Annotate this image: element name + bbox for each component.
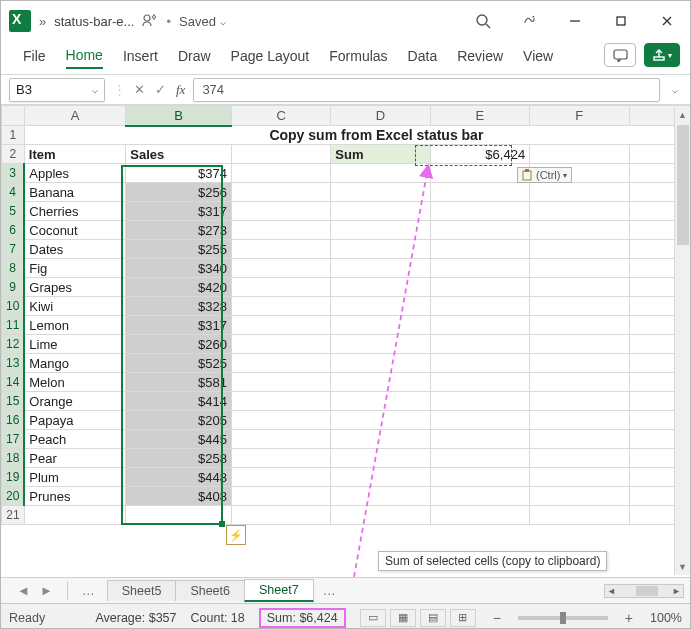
comments-button[interactable] [604, 43, 636, 67]
cell[interactable] [530, 449, 629, 468]
row-header[interactable]: 9 [2, 278, 25, 297]
cell[interactable]: Dates [24, 240, 125, 259]
cell[interactable]: Orange [24, 392, 125, 411]
cell[interactable]: Kiwi [24, 297, 125, 316]
row-header[interactable]: 18 [2, 449, 25, 468]
tab-data[interactable]: Data [408, 48, 438, 68]
scroll-up-icon[interactable]: ▲ [675, 107, 690, 123]
cell[interactable] [530, 183, 629, 202]
sheet-tab[interactable]: Sheet7 [244, 579, 314, 602]
cell[interactable] [530, 506, 629, 525]
tab-file[interactable]: File [23, 48, 46, 68]
cell[interactable]: $445 [126, 430, 232, 449]
close-button[interactable] [648, 5, 686, 37]
cell[interactable]: Plum [24, 468, 125, 487]
cell[interactable] [331, 430, 430, 449]
row-header[interactable]: 3 [2, 164, 25, 183]
cell[interactable]: $374 [126, 164, 232, 183]
tab-draw[interactable]: Draw [178, 48, 211, 68]
row-header[interactable]: 17 [2, 430, 25, 449]
cell[interactable] [430, 202, 529, 221]
cell[interactable] [331, 278, 430, 297]
cell[interactable] [430, 354, 529, 373]
cell[interactable]: Papaya [24, 411, 125, 430]
row-header[interactable]: 8 [2, 259, 25, 278]
expand-formula-bar-icon[interactable]: ⌵ [668, 84, 682, 95]
scroll-right-icon[interactable]: ► [670, 586, 683, 596]
col-header-f[interactable]: F [530, 106, 629, 126]
cell[interactable] [231, 468, 330, 487]
row-header[interactable]: 4 [2, 183, 25, 202]
cell[interactable]: Prunes [24, 487, 125, 506]
tab-page-layout[interactable]: Page Layout [231, 48, 310, 68]
cell[interactable]: Melon [24, 373, 125, 392]
cell[interactable] [331, 487, 430, 506]
saved-status[interactable]: Saved ⌵ [179, 14, 226, 29]
paste-options-button[interactable]: (Ctrl) ▾ [517, 167, 572, 183]
cell[interactable] [430, 506, 529, 525]
cell[interactable] [430, 240, 529, 259]
fx-icon[interactable]: fx [176, 82, 185, 98]
cell[interactable] [430, 278, 529, 297]
cell[interactable] [530, 411, 629, 430]
cell[interactable] [430, 392, 529, 411]
cell[interactable] [331, 392, 430, 411]
cell[interactable] [231, 145, 330, 164]
cell[interactable]: $408 [126, 487, 232, 506]
name-box[interactable]: B3 ⌵ [9, 78, 105, 102]
cell[interactable]: $317 [126, 316, 232, 335]
row-header[interactable]: 6 [2, 221, 25, 240]
cell[interactable]: $420 [126, 278, 232, 297]
status-count[interactable]: Count: 18 [191, 611, 245, 625]
title-cell[interactable]: Copy sum from Excel status bar [24, 126, 690, 145]
cell[interactable] [430, 335, 529, 354]
cell[interactable]: $414 [126, 392, 232, 411]
cell[interactable] [231, 449, 330, 468]
scroll-thumb[interactable] [677, 125, 689, 245]
zoom-out-button[interactable]: − [490, 610, 504, 626]
cell[interactable] [331, 183, 430, 202]
vertical-scrollbar[interactable]: ▲ ▼ [674, 107, 690, 575]
cell[interactable]: $273 [126, 221, 232, 240]
cell[interactable] [231, 297, 330, 316]
cell[interactable]: $525 [126, 354, 232, 373]
cell[interactable] [430, 259, 529, 278]
cell[interactable] [231, 183, 330, 202]
cell[interactable]: Peach [24, 430, 125, 449]
cell[interactable] [331, 468, 430, 487]
cell[interactable]: $258 [126, 449, 232, 468]
cell[interactable] [231, 316, 330, 335]
cell[interactable] [331, 164, 430, 183]
row-header[interactable]: 19 [2, 468, 25, 487]
cell[interactable] [530, 468, 629, 487]
cell[interactable] [430, 297, 529, 316]
tab-formulas[interactable]: Formulas [329, 48, 387, 68]
row-header[interactable]: 10 [2, 297, 25, 316]
cell[interactable] [530, 392, 629, 411]
zoom-knob[interactable] [560, 612, 566, 624]
cell[interactable] [126, 506, 232, 525]
cell[interactable] [430, 411, 529, 430]
status-average[interactable]: Average: $357 [95, 611, 176, 625]
accept-formula-icon[interactable]: ✓ [155, 82, 166, 98]
cell[interactable] [231, 221, 330, 240]
view-focus-icon[interactable]: ▭ [360, 609, 386, 627]
cell[interactable] [231, 202, 330, 221]
cell[interactable]: $317 [126, 202, 232, 221]
tab-view[interactable]: View [523, 48, 553, 68]
col-header-e[interactable]: E [430, 106, 529, 126]
cell[interactable]: $340 [126, 259, 232, 278]
cell[interactable]: $256 [126, 183, 232, 202]
cell[interactable] [430, 487, 529, 506]
row-header[interactable]: 12 [2, 335, 25, 354]
sheet-next-icon[interactable]: ► [40, 583, 53, 598]
sheet-prev-icon[interactable]: ◄ [17, 583, 30, 598]
minimize-button[interactable] [556, 5, 594, 37]
scroll-thumb[interactable] [636, 586, 658, 596]
quick-analysis-button[interactable]: ⚡ [226, 525, 246, 545]
chevron-down-icon[interactable]: ⌵ [92, 84, 98, 95]
cell[interactable] [331, 449, 430, 468]
cell[interactable] [231, 487, 330, 506]
cell[interactable] [430, 468, 529, 487]
cell[interactable] [530, 278, 629, 297]
